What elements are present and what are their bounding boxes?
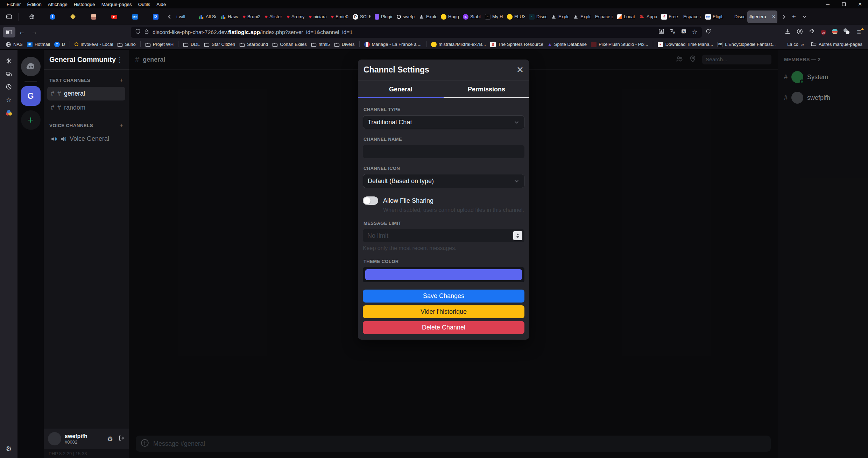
- bookmark-item[interactable]: EFL'Encyclopédie Fantast...: [715, 41, 778, 48]
- pinned-tab[interactable]: [63, 11, 83, 23]
- bookmark-item[interactable]: InvokeAI - Local: [72, 41, 115, 48]
- tab-permissions[interactable]: Permissions: [444, 81, 529, 98]
- bookmark-item[interactable]: Divers: [332, 41, 357, 48]
- browser-tab[interactable]: ♥Alister: [262, 11, 284, 23]
- menubar-item[interactable]: Fichier: [3, 1, 24, 8]
- bookmark-item[interactable]: PixelPlush Studio - Pix...: [589, 41, 650, 48]
- browser-tab[interactable]: All Siz: [196, 11, 218, 23]
- stepper-down-icon[interactable]: [516, 236, 519, 238]
- other-bookmarks-folder[interactable]: Autres marque-pages: [809, 40, 865, 49]
- modal-close-icon[interactable]: ✕: [516, 65, 524, 74]
- bookmark-item[interactable]: Projet WH: [143, 41, 176, 48]
- translate-alt-button[interactable]: A: [681, 28, 687, 36]
- browser-tab[interactable]: Espace abo: [681, 11, 703, 23]
- new-tab-button[interactable]: +: [789, 11, 799, 22]
- browser-tab[interactable]: S.Stable: [461, 11, 483, 23]
- home-server-button[interactable]: [21, 57, 41, 76]
- firefox-view-button[interactable]: [2, 11, 16, 23]
- clear-history-button[interactable]: Vider l'historique: [363, 305, 524, 318]
- bookmark-item[interactable]: SThe Spriters Resource: [488, 41, 545, 48]
- bookmark-item[interactable]: Suno: [115, 41, 137, 48]
- sidebar-bookmarks-star-button[interactable]: ☆: [2, 93, 15, 106]
- browser-tab[interactable]: Explor: [417, 11, 439, 23]
- browser-tab[interactable]: ♥niciara: [306, 11, 329, 23]
- close-window-button[interactable]: ✕: [852, 0, 868, 8]
- translate-button[interactable]: A: [670, 28, 676, 36]
- number-stepper[interactable]: [513, 231, 522, 240]
- pinned-tab[interactable]: D: [145, 11, 166, 23]
- browser-tab[interactable]: ♥Emie0: [329, 11, 351, 23]
- browser-tab[interactable]: ·Discor: [527, 11, 549, 23]
- browser-tab[interactable]: Plugin: [373, 11, 395, 23]
- browser-tab[interactable]: SLAppar: [637, 11, 659, 23]
- add-voice-channel-button[interactable]: +: [120, 122, 123, 129]
- bookmark-item[interactable]: NAS: [3, 41, 25, 48]
- pinned-tab[interactable]: DSM: [125, 11, 145, 23]
- scroll-tabs-right-button[interactable]: [778, 11, 789, 22]
- tracking-shield-slot[interactable]: [135, 29, 141, 36]
- user-settings-gear-icon[interactable]: ⚙: [107, 435, 113, 443]
- tab-general[interactable]: General: [358, 81, 444, 98]
- menubar-item[interactable]: Édition: [24, 1, 45, 8]
- browser-tab[interactable]: Locati: [615, 11, 637, 23]
- bookmark-item[interactable]: DDL: [181, 41, 202, 48]
- sidebar-ai-assistant-button[interactable]: [2, 55, 15, 67]
- pinned-tab[interactable]: [21, 11, 42, 23]
- menubar-item[interactable]: Aide: [153, 1, 169, 8]
- bookmark-item[interactable]: Star Citizen: [202, 41, 237, 48]
- downloads-button[interactable]: [784, 28, 791, 36]
- browser-tab[interactable]: Hawai: [218, 11, 240, 23]
- sidebar-toggle-button[interactable]: [3, 27, 15, 37]
- browser-tab[interactable]: Explor: [549, 11, 571, 23]
- url-bar[interactable]: discord-like-php-chat-7262.dev.flatlogic…: [131, 27, 702, 38]
- theme-color-swatch[interactable]: [365, 269, 522, 280]
- browser-tab[interactable]: swefpi: [395, 11, 417, 23]
- sidebar-synced-devices-button[interactable]: [2, 68, 15, 80]
- minimize-button[interactable]: ─: [820, 0, 836, 8]
- browser-tab[interactable]: FLUX.: [505, 11, 527, 23]
- logout-button[interactable]: [118, 435, 125, 443]
- add-text-channel-button[interactable]: +: [120, 77, 123, 84]
- browser-tab[interactable]: Explor: [571, 11, 593, 23]
- menubar-item[interactable]: Marque-pages: [98, 1, 135, 8]
- tab-close-icon[interactable]: ×: [772, 14, 775, 20]
- kebab-menu-icon[interactable]: ⋮: [117, 56, 123, 64]
- menubar-item[interactable]: Historique: [71, 1, 98, 8]
- pinned-tab[interactable]: f: [42, 11, 63, 23]
- voice-channel-item[interactable]: Voice General: [47, 132, 125, 146]
- channel-name-input[interactable]: [363, 145, 524, 158]
- bookmark-item[interactable]: ▲Sprite Database: [545, 41, 589, 48]
- theme-color-picker[interactable]: [363, 267, 524, 282]
- bookmark-item[interactable]: fD: [52, 41, 67, 48]
- browser-tab[interactable]: Espace clie: [593, 11, 615, 23]
- bookmark-item[interactable]: Conan Exiles: [270, 41, 309, 48]
- save-changes-button[interactable]: Save Changes: [363, 290, 524, 303]
- reload-button-slot[interactable]: [705, 28, 711, 36]
- browser-tab[interactable]: Discor: [725, 11, 747, 23]
- add-server-button[interactable]: +: [21, 110, 41, 130]
- file-sharing-toggle[interactable]: [363, 196, 378, 205]
- bookmark-item[interactable]: ♥Download Time Mana...: [656, 41, 715, 48]
- bookmark-item[interactable]: html5: [309, 41, 332, 48]
- pinned-tab[interactable]: [83, 11, 104, 23]
- ublock-button[interactable]: uO: [821, 29, 826, 36]
- bookmark-item[interactable]: ✉Hotmail: [25, 41, 52, 48]
- account-button[interactable]: [797, 28, 803, 36]
- bookmark-item[interactable]: mistralai/Mixtral-8x7B...: [429, 41, 488, 48]
- bookmarks-overflow-button[interactable]: »: [801, 41, 804, 47]
- circles-ext-button[interactable]: [844, 28, 849, 36]
- browser-tab[interactable]: t will: [174, 11, 196, 23]
- menubar-item[interactable]: Outils: [135, 1, 154, 8]
- connection-lock-slot[interactable]: [144, 29, 149, 36]
- browser-tab[interactable]: PSCI RE: [351, 11, 373, 23]
- bookmark-item[interactable]: Starbound: [237, 41, 270, 48]
- puzzle-button[interactable]: [809, 28, 815, 36]
- channel-icon-select[interactable]: Default (Based on type): [363, 174, 524, 188]
- stepper-up-icon[interactable]: [516, 234, 519, 235]
- server-header[interactable]: General Community ⋮: [44, 50, 129, 70]
- browser-tab[interactable]: Huggi: [439, 11, 461, 23]
- forward-button[interactable]: →: [28, 27, 41, 37]
- back-button[interactable]: ←: [15, 27, 28, 37]
- bookmark-star-button[interactable]: ☆: [692, 29, 698, 35]
- browser-tab[interactable]: ♥Bruni2: [240, 11, 262, 23]
